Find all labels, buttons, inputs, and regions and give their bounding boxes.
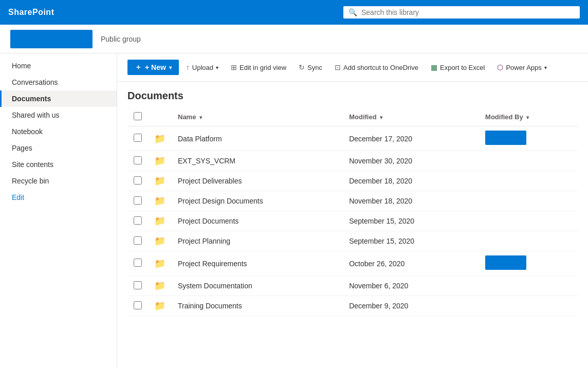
row-icon-cell: 📁 [148, 296, 172, 316]
sidebar: HomeConversationsDocumentsShared with us… [0, 53, 117, 368]
row-name-cell[interactable]: Project Design Documents [172, 191, 343, 211]
col-modified-label: Modified [349, 113, 376, 121]
row-modified-cell: December 18, 2020 [343, 171, 479, 191]
col-header-icon [148, 108, 172, 126]
row-modified-by-cell [479, 296, 578, 316]
file-name-link[interactable]: Project Planning [178, 237, 230, 245]
search-icon: 🔍 [348, 8, 357, 16]
row-checkbox-cell[interactable] [127, 231, 148, 251]
row-checkbox-cell[interactable] [127, 126, 148, 151]
row-checkbox-cell[interactable] [127, 276, 148, 296]
row-checkbox-cell[interactable] [127, 191, 148, 211]
folder-icon: 📁 [154, 301, 166, 311]
col-header-name[interactable]: Name ▾ [172, 108, 343, 126]
row-checkbox-4[interactable] [134, 216, 142, 225]
main-layout: HomeConversationsDocumentsShared with us… [0, 53, 588, 368]
row-checkbox-6[interactable] [134, 259, 142, 267]
shortcut-icon: ⊡ [335, 63, 341, 71]
export-excel-button[interactable]: ▦ Export to Excel [426, 60, 490, 75]
modified-by-bar [485, 255, 526, 270]
file-name-link[interactable]: Project Requirements [178, 260, 247, 268]
row-modified-cell: November 30, 2020 [343, 151, 479, 171]
row-name-cell[interactable]: Project Deliverables [172, 171, 343, 191]
row-name-cell[interactable]: System Documentation [172, 276, 343, 296]
add-shortcut-label: Add shortcut to OneDrive [343, 64, 418, 71]
row-checkbox-3[interactable] [134, 196, 142, 205]
file-name-link[interactable]: Training Documents [178, 302, 242, 310]
sidebar-item-edit[interactable]: Edit [0, 189, 117, 206]
modified-sort-icon: ▾ [380, 115, 382, 120]
row-checkbox-8[interactable] [134, 301, 142, 309]
new-button[interactable]: ＋ + New ▾ [127, 60, 179, 75]
sidebar-item-pages[interactable]: Pages [0, 140, 117, 156]
file-name-link[interactable]: Project Design Documents [178, 197, 263, 205]
row-checkbox-7[interactable] [134, 281, 142, 289]
add-shortcut-button[interactable]: ⊡ Add shortcut to OneDrive [329, 60, 424, 75]
row-icon-cell: 📁 [148, 191, 172, 211]
row-modified-cell: December 9, 2020 [343, 296, 479, 316]
row-checkbox-0[interactable] [134, 134, 142, 142]
sync-icon: ↻ [299, 63, 305, 71]
row-name-cell[interactable]: Data Platform [172, 126, 343, 151]
row-checkbox-2[interactable] [134, 176, 142, 185]
toolbar: ＋ + New ▾ ↑ Upload ▾ ⊞ Edit in grid view… [117, 53, 588, 82]
power-apps-button[interactable]: ⬡ Power Apps ▾ [492, 60, 552, 75]
plus-icon: ＋ [135, 63, 142, 72]
sidebar-item-notebook[interactable]: Notebook [0, 123, 117, 140]
file-name-link[interactable]: EXT_SYS_VCRM [178, 157, 235, 165]
new-chevron-icon: ▾ [169, 65, 172, 70]
edit-grid-label: Edit in grid view [240, 64, 286, 71]
sidebar-item-site-contents[interactable]: Site contents [0, 156, 117, 173]
row-checkbox-cell[interactable] [127, 251, 148, 276]
upload-button[interactable]: ↑ Upload ▾ [181, 60, 224, 75]
col-header-modified-by[interactable]: Modified By ▾ [479, 108, 578, 126]
row-modified-by-cell [479, 211, 578, 231]
row-name-cell[interactable]: EXT_SYS_VCRM [172, 151, 343, 171]
file-name-link[interactable]: System Documentation [178, 282, 252, 290]
upload-icon: ↑ [186, 63, 190, 71]
col-name-label: Name [178, 113, 196, 121]
col-header-modified[interactable]: Modified ▾ [343, 108, 479, 126]
row-checkbox-cell[interactable] [127, 296, 148, 316]
col-modified-by-label: Modified By [485, 113, 523, 121]
app-title: SharePoint [8, 8, 54, 17]
search-input[interactable] [361, 8, 575, 16]
modified-by-bar [485, 131, 526, 145]
row-name-cell[interactable]: Project Documents [172, 211, 343, 231]
table-row: 📁 Project Requirements October 26, 2020 [127, 251, 578, 276]
row-checkbox-cell[interactable] [127, 151, 148, 171]
folder-icon: 📁 [154, 236, 166, 246]
file-name-link[interactable]: Project Documents [178, 217, 238, 225]
edit-grid-button[interactable]: ⊞ Edit in grid view [226, 60, 291, 75]
new-label: + New [145, 63, 166, 71]
file-table: Name ▾ Modified ▾ Modified By ▾ [127, 108, 578, 316]
sidebar-item-shared-with-us[interactable]: Shared with us [0, 107, 117, 123]
sync-button[interactable]: ↻ Sync [293, 60, 327, 75]
file-name-link[interactable]: Project Deliverables [178, 177, 242, 185]
row-modified-cell: September 15, 2020 [343, 231, 479, 251]
row-checkbox-cell[interactable] [127, 211, 148, 231]
row-modified-by-cell [479, 276, 578, 296]
sidebar-item-recycle-bin[interactable]: Recycle bin [0, 173, 117, 189]
row-icon-cell: 📁 [148, 251, 172, 276]
sidebar-item-conversations[interactable]: Conversations [0, 74, 117, 90]
upload-chevron-icon: ▾ [216, 65, 218, 70]
row-name-cell[interactable]: Project Planning [172, 231, 343, 251]
row-modified-by-cell [479, 231, 578, 251]
row-name-cell[interactable]: Project Requirements [172, 251, 343, 276]
table-row: 📁 Project Documents September 15, 2020 [127, 211, 578, 231]
file-name-link[interactable]: Data Platform [178, 135, 222, 143]
export-excel-label: Export to Excel [440, 64, 485, 71]
search-bar[interactable]: 🔍 [343, 6, 580, 19]
row-checkbox-5[interactable] [134, 236, 142, 245]
sidebar-item-home[interactable]: Home [0, 58, 117, 74]
row-checkbox-1[interactable] [134, 156, 142, 164]
select-all-checkbox[interactable] [134, 112, 142, 120]
row-icon-cell: 📁 [148, 231, 172, 251]
row-checkbox-cell[interactable] [127, 171, 148, 191]
folder-icon: 📁 [154, 259, 166, 269]
sidebar-item-documents[interactable]: Documents [0, 90, 117, 107]
app-header: SharePoint 🔍 [0, 0, 588, 25]
table-header-row: Name ▾ Modified ▾ Modified By ▾ [127, 108, 578, 126]
row-name-cell[interactable]: Training Documents [172, 296, 343, 316]
